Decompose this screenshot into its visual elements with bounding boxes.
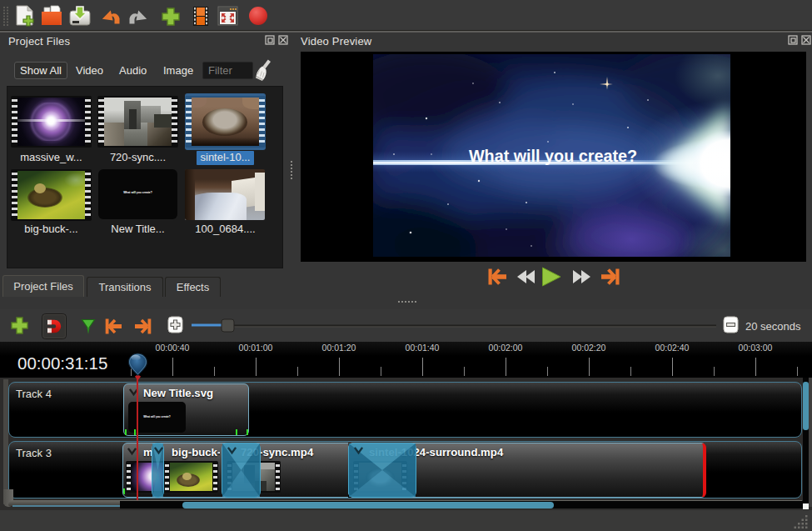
svg-text:What will you create?: What will you create? bbox=[469, 147, 637, 165]
